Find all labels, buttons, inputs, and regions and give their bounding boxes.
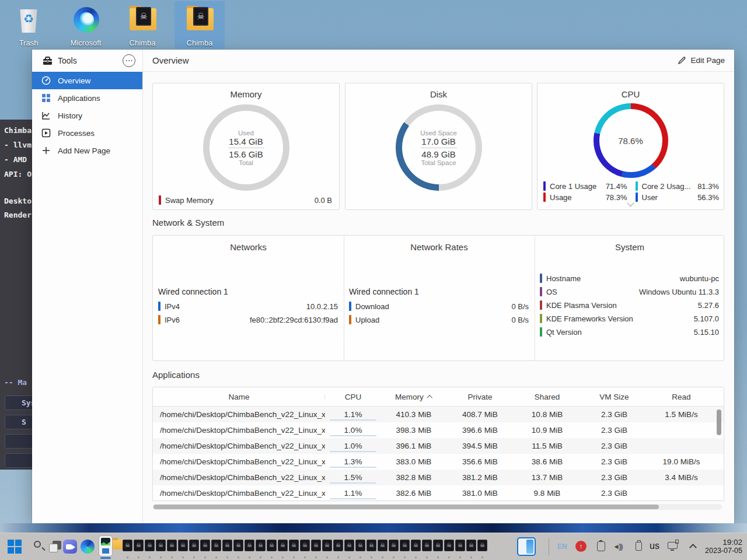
chimbabench-taskbar-button[interactable]: ☠ [444, 540, 454, 551]
window-preview-button[interactable] [517, 537, 536, 556]
display-tray-icon[interactable] [668, 542, 678, 549]
overflow-menu-button[interactable]: ⋯ [123, 54, 135, 67]
terminal-button-sys[interactable]: Sys [5, 396, 32, 410]
running-indicator-dot [138, 556, 139, 558]
terminal-button[interactable] [5, 453, 32, 468]
chimbabench-taskbar-button[interactable]: ☠ [256, 540, 266, 551]
page-title: Overview [152, 55, 678, 65]
application-row[interactable]: /home/chi/Desktop/ChimbaBench_v22_Linux_… [153, 470, 724, 485]
cell-cpu: 1.3% [325, 454, 381, 470]
chimbabench-taskbar-button[interactable]: ☠ [300, 540, 310, 551]
swap-label: Swap Memory [165, 196, 311, 205]
chimbabench-taskbar-button[interactable]: ☠ [344, 540, 354, 551]
chimbabench-taskbar-button[interactable]: ☠ [311, 540, 321, 551]
chimbabench-taskbar-button[interactable]: ☠ [156, 540, 166, 551]
chimbabench-taskbar-button[interactable]: ☠ [422, 540, 432, 551]
sidebar-item-overview[interactable]: Overview [32, 72, 142, 89]
desktop-icon-chimba-1[interactable]: ☠ Chimba [117, 1, 167, 49]
chimbabench-taskbar-button[interactable]: ☠ [411, 540, 421, 551]
chimbabench-taskbar-button[interactable]: ☠ [355, 540, 365, 551]
running-indicator-dot [315, 556, 317, 558]
chimbabench-taskbar-button[interactable]: ☠ [245, 540, 254, 551]
chimbabench-taskbar-button[interactable]: ☠ [378, 540, 388, 551]
chimbabench-window[interactable]: Chimba - llvm - AMD API: Op Deskto Rende… [0, 120, 32, 470]
vertical-scrollbar[interactable] [717, 410, 721, 435]
chimbabench-taskbar-button[interactable]: ☠ [267, 540, 277, 551]
chimbabench-taskbar-button[interactable]: ☠ [167, 540, 177, 551]
running-indicator-dot [326, 556, 328, 558]
desktop-icon-microsoft[interactable]: Microsoft [61, 1, 111, 49]
sidebar-item-applications[interactable]: Applications [32, 89, 142, 107]
desktop-icon-chimba-2-selected[interactable]: ☠ Chimba [174, 1, 225, 49]
terminal-button-s[interactable]: S [5, 415, 32, 429]
chimbabench-taskbar-button[interactable]: ☠ [455, 540, 465, 551]
chimbabench-taskbar-button[interactable]: ☠ [178, 540, 188, 551]
chimbabench-taskbar-button[interactable]: ☠ [389, 540, 399, 551]
sidebar-item-add-new-page[interactable]: Add New Page [32, 142, 142, 159]
start-button[interactable] [7, 539, 22, 554]
application-row[interactable]: /home/chi/Desktop/ChimbaBench_v22_Linux_… [153, 485, 724, 501]
horizontal-scrollbar-thumb[interactable] [153, 505, 659, 509]
taskbar-clock[interactable]: 19:02 2023-07-05 [689, 538, 742, 555]
cell-priv: 396.6 MiB [446, 422, 514, 438]
sidebar-item-processes[interactable]: Processes [32, 124, 142, 142]
running-indicator-dot [404, 556, 406, 558]
task-view-button[interactable] [48, 539, 63, 554]
chimbabench-taskbar-button[interactable]: ☠ [211, 540, 221, 551]
cell-read: 19.0 MiB/s [648, 454, 715, 470]
running-indicator-dot [371, 556, 372, 558]
chimbabench-taskbar-button[interactable]: ☠ [366, 540, 376, 551]
ipv4-row: IPv4 10.0.2.15 [158, 302, 338, 311]
application-row[interactable]: /home/chi/Desktop/ChimbaBench_v22_Linux_… [153, 454, 724, 470]
chimbabench-taskbar-button[interactable]: ☠ [289, 540, 299, 551]
security-tray-icon[interactable]: ↑ [575, 541, 587, 552]
running-indicator-dot [149, 556, 151, 558]
column-header-read[interactable]: Read [648, 393, 715, 401]
edit-page-button[interactable]: Edit Page [678, 56, 725, 65]
cell-shr: 38.6 MiB [514, 454, 581, 470]
chimbabench-taskbar-button[interactable]: ☠ [400, 540, 410, 551]
sort-ascending-icon [427, 394, 432, 400]
application-row[interactable]: /home/chi/Desktop/ChimbaBench_v22_Linux_… [153, 422, 724, 438]
memory-used-label: Used [238, 130, 254, 136]
network-system-panel: Networks Wired connection 1 IPv4 10.0.2.… [152, 235, 724, 361]
system-monitor-taskbar-button-active[interactable] [99, 536, 112, 556]
terminal-button[interactable] [5, 434, 32, 449]
edge-button[interactable] [81, 540, 95, 554]
desktop-icon-trash[interactable]: ♻ Trash [4, 1, 54, 49]
application-row[interactable]: /home/chi/Desktop/ChimbaBench_v22_Linux_… [153, 407, 724, 422]
chimbabench-taskbar-button[interactable]: ☠ [134, 540, 144, 551]
usb-tray-icon[interactable] [636, 542, 642, 551]
column-header-private[interactable]: Private [446, 393, 514, 401]
column-header-memory[interactable]: Memory [381, 393, 446, 401]
chimbabench-taskbar-button[interactable]: ☠ [222, 540, 232, 551]
swap-value: 0.0 B [315, 196, 332, 205]
cell-shr: 13.7 MiB [514, 470, 581, 485]
disk-used-label: Used Space [420, 130, 457, 136]
column-header-vm-size[interactable]: VM Size [581, 393, 648, 401]
chimbabench-taskbar-button[interactable]: ☠ [477, 540, 487, 551]
chimbabench-taskbar-button[interactable]: ☠ [333, 540, 343, 551]
chimbabench-taskbar-button[interactable]: ☠ [123, 540, 132, 551]
column-header-cpu[interactable]: CPU [325, 393, 381, 401]
language-badge[interactable]: EN [557, 542, 567, 551]
volume-tray-icon[interactable]: ◄))) [613, 542, 622, 551]
keyboard-layout-indicator[interactable]: us [650, 541, 659, 551]
application-row[interactable]: /home/chi/Desktop/ChimbaBench_v22_Linux_… [153, 438, 724, 454]
sidebar-item-history[interactable]: History [32, 107, 142, 124]
chimbabench-taskbar-button[interactable]: ☠ [278, 540, 288, 551]
chimbabench-taskbar-button[interactable]: ☠ [233, 540, 243, 551]
clipboard-tray-icon[interactable] [597, 541, 605, 551]
column-header-name[interactable]: Name [153, 393, 325, 401]
chimbabench-taskbar-button[interactable]: ☠ [145, 540, 155, 551]
chimbabench-taskbar-button[interactable]: ☠ [200, 540, 210, 551]
chimbabench-taskbar-button[interactable]: ☠ [433, 540, 443, 551]
horizontal-scrollbar-track[interactable] [152, 504, 722, 510]
column-header-shared[interactable]: Shared [514, 393, 581, 401]
chimbabench-taskbar-button[interactable]: ☠ [466, 540, 476, 551]
running-indicator-dot [393, 556, 395, 558]
search-button[interactable] [32, 539, 47, 554]
chimbabench-taskbar-button[interactable]: ☠ [322, 540, 332, 551]
chimbabench-taskbar-button[interactable]: ☠ [189, 540, 199, 551]
chat-button[interactable] [63, 540, 77, 554]
